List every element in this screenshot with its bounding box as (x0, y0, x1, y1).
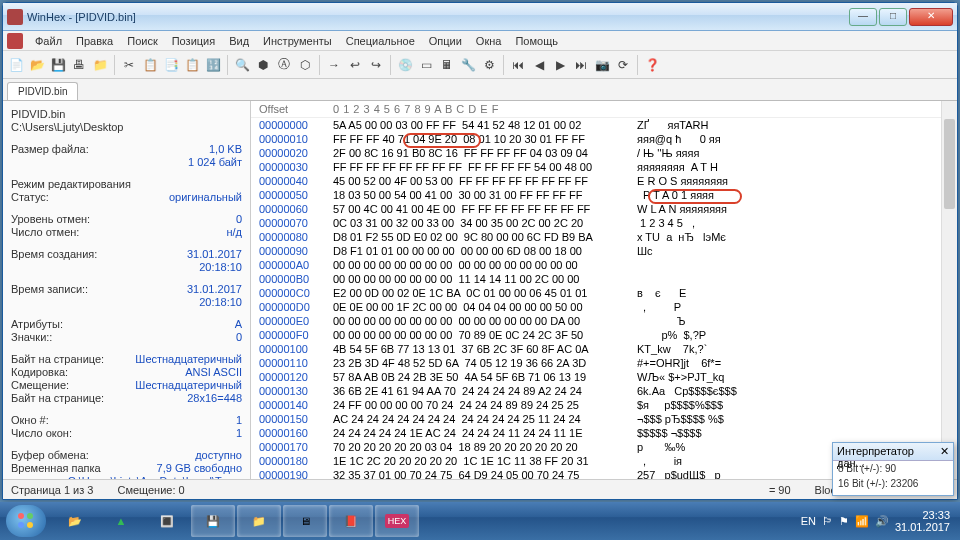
menu-options[interactable]: Опции (423, 33, 468, 49)
hex-row[interactable]: 00000150AC 24 24 24 24 24 24 24 24 24 24… (259, 412, 949, 426)
cut-icon[interactable]: ✂ (120, 56, 138, 74)
sb-label: Время создания: (11, 248, 97, 260)
tray-volume-icon[interactable]: 🔊 (875, 515, 889, 528)
find-hex-icon[interactable]: ⬢ (254, 56, 272, 74)
taskbar-app-2[interactable]: ▲ (99, 505, 143, 537)
close-button[interactable]: ✕ (909, 8, 953, 26)
sidebar: PIDVID.bin C:\Users\Ljuty\Desktop Размер… (3, 101, 251, 479)
options-icon[interactable]: ⚙ (480, 56, 498, 74)
sb-label: Размер файла: (11, 143, 89, 155)
refresh-icon[interactable]: ⟳ (614, 56, 632, 74)
camera-icon[interactable]: 📷 (593, 56, 611, 74)
tab-file[interactable]: PIDVID.bin (7, 82, 78, 100)
fwd-icon[interactable]: ↪ (367, 56, 385, 74)
hex-row[interactable]: 00000090D8 F1 01 01 00 00 00 00 00 00 00… (259, 244, 949, 258)
hex-row[interactable]: 00000030FF FF FF FF FF FF FF FF FF FF FF… (259, 160, 949, 174)
clipboard-icon[interactable]: 📋 (183, 56, 201, 74)
hex-row[interactable]: 00000010FF FF FF 40 71 04 9E 20 08 01 10… (259, 132, 949, 146)
menu-windows[interactable]: Окна (470, 33, 508, 49)
hex-row[interactable]: 00000080D8 01 F2 55 0D E0 02 00 9C 80 00… (259, 230, 949, 244)
menu-help[interactable]: Помощь (509, 33, 564, 49)
find-icon[interactable]: 🔍 (233, 56, 251, 74)
tray-lang[interactable]: EN (801, 515, 816, 527)
menu-position[interactable]: Позиция (166, 33, 222, 49)
hex-row[interactable]: 0000005018 03 50 00 54 00 41 00 30 00 31… (259, 188, 949, 202)
tray-network-icon[interactable]: 📶 (855, 515, 869, 528)
taskbar-app-1[interactable]: 📂 (53, 505, 97, 537)
hex-row[interactable]: 0000011023 2B 3D 4F 48 52 5D 6A 74 05 12… (259, 356, 949, 370)
hex-row[interactable]: 0000012057 8A AB 0B 24 2B 3E 50 4A 54 5F… (259, 370, 949, 384)
interp-close-icon[interactable]: ✕ (940, 445, 949, 458)
hex-row[interactable]: 000000C0E2 00 0D 00 02 0E 1C BA 0C 01 00… (259, 286, 949, 300)
menu-view[interactable]: Вид (223, 33, 255, 49)
taskbar-app-4[interactable]: 💾 (191, 505, 235, 537)
tools-icon[interactable]: 🔧 (459, 56, 477, 74)
last-icon[interactable]: ⏭ (572, 56, 590, 74)
menu-edit[interactable]: Правка (70, 33, 119, 49)
menu-file[interactable]: Файл (29, 33, 68, 49)
menu-special[interactable]: Специальное (340, 33, 421, 49)
menu-tools[interactable]: Инструменты (257, 33, 338, 49)
file-path: C:\Users\Ljuty\Desktop (11, 121, 123, 133)
tray-clock[interactable]: 23:33 31.01.2017 (895, 509, 950, 533)
hex-row[interactable]: 000000E000 00 00 00 00 00 00 00 00 00 00… (259, 314, 949, 328)
tray-flag-icon[interactable]: 🏳 (822, 515, 833, 527)
file-name: PIDVID.bin (11, 108, 65, 120)
minimize-button[interactable]: — (849, 8, 877, 26)
hex-row[interactable]: 0000016024 24 24 24 24 1E AC 24 24 24 24… (259, 426, 949, 440)
sb-label: Значки:: (11, 331, 52, 343)
taskbar-app-6[interactable]: 🖥 (283, 505, 327, 537)
sb-value: 0 (236, 331, 242, 343)
hex-row[interactable]: 000000D00E 0E 00 00 1F 2C 00 00 04 04 04… (259, 300, 949, 314)
copy-icon[interactable]: 📋 (141, 56, 159, 74)
save-icon[interactable]: 💾 (49, 56, 67, 74)
disk-icon[interactable]: 💿 (396, 56, 414, 74)
hex-header-offset: Offset (259, 103, 333, 115)
hex-row[interactable]: 0000004045 00 52 00 4F 00 53 00 FF FF FF… (259, 174, 949, 188)
taskbar-app-3[interactable]: 🔳 (145, 505, 189, 537)
find-again-icon[interactable]: ⬡ (296, 56, 314, 74)
new-icon[interactable]: 📄 (7, 56, 25, 74)
help-icon[interactable]: ❓ (643, 56, 661, 74)
start-button[interactable] (6, 505, 46, 537)
back-icon[interactable]: ↩ (346, 56, 364, 74)
hex-row[interactable]: 000000B000 00 00 00 00 00 00 00 11 14 14… (259, 272, 949, 286)
menubar: Файл Правка Поиск Позиция Вид Инструмент… (3, 31, 957, 51)
hex-row[interactable]: 0000006057 00 4C 00 41 00 4E 00 FF FF FF… (259, 202, 949, 216)
print-icon[interactable]: 🖶 (70, 56, 88, 74)
hex-row[interactable]: 000001004B 54 5F 6B 77 13 13 01 37 6B 2C… (259, 342, 949, 356)
memory-icon[interactable]: ▭ (417, 56, 435, 74)
goto-icon[interactable]: → (325, 56, 343, 74)
hex-row[interactable]: 000000F000 00 00 00 00 00 00 00 70 89 0E… (259, 328, 949, 342)
sb-label: Байт на странице: (11, 392, 104, 404)
hex-row[interactable]: 000000202F 00 8C 16 91 B0 8C 16 FF FF FF… (259, 146, 949, 160)
sb-label: Окно #: (11, 414, 49, 426)
hex-row[interactable]: 000000005A A5 00 00 03 00 FF FF 54 41 52… (259, 118, 949, 132)
scrollbar-thumb[interactable] (944, 119, 955, 209)
calc-icon[interactable]: 🖩 (438, 56, 456, 74)
hex-row[interactable]: 0000013036 6B 2E 41 61 94 AA 70 24 24 24… (259, 384, 949, 398)
paste-icon[interactable]: 📑 (162, 56, 180, 74)
sb-value: 1 024 байт (188, 156, 242, 168)
svg-point-3 (27, 522, 33, 528)
taskbar-app-winhex[interactable]: HEX (375, 505, 419, 537)
prev-icon[interactable]: ◀ (530, 56, 548, 74)
taskbar-app-5[interactable]: 📁 (237, 505, 281, 537)
values-icon[interactable]: 🔢 (204, 56, 222, 74)
status-page: Страница 1 из 3 (11, 484, 93, 496)
hex-row[interactable]: 000000A000 00 00 00 00 00 00 00 00 00 00… (259, 258, 949, 272)
tray-action-center-icon[interactable]: ⚑ (839, 515, 849, 528)
find-text-icon[interactable]: Ⓐ (275, 56, 293, 74)
first-icon[interactable]: ⏮ (509, 56, 527, 74)
hex-row[interactable]: 000000700C 03 31 00 32 00 33 00 34 00 35… (259, 216, 949, 230)
maximize-button[interactable]: □ (879, 8, 907, 26)
menu-search[interactable]: Поиск (121, 33, 163, 49)
folder-icon[interactable]: 📁 (91, 56, 109, 74)
taskbar-app-7[interactable]: 📕 (329, 505, 373, 537)
scrollbar[interactable] (941, 101, 957, 479)
next-icon[interactable]: ▶ (551, 56, 569, 74)
hex-row[interactable]: 0000014024 FF 00 00 00 00 70 24 24 24 24… (259, 398, 949, 412)
open-icon[interactable]: 📂 (28, 56, 46, 74)
interpreter-window[interactable]: Интерпретатор дан...✕ 8 Bit (+/-): 90 16… (832, 442, 954, 496)
hex-pane[interactable]: Offset 0 1 2 3 4 5 6 7 8 9 A B C D E F 0… (251, 101, 957, 479)
